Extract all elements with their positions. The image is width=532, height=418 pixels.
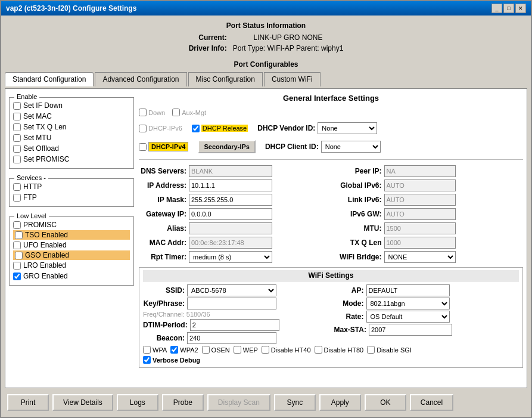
- http-checkbox[interactable]: [13, 183, 21, 191]
- disable-sgi-label: Disable SGI: [377, 346, 412, 354]
- ipv6-gw-label: IPv6 GW:: [334, 210, 382, 218]
- peer-ip-input[interactable]: [384, 165, 456, 177]
- tab-custom-wifi[interactable]: Custom WiFi: [264, 72, 321, 86]
- ip-mask-input[interactable]: [189, 194, 272, 206]
- sync-button[interactable]: Sync: [274, 394, 316, 411]
- rpt-timer-select[interactable]: medium (8 s): [189, 251, 272, 263]
- dns-servers-row: DNS Servers:: [139, 165, 328, 178]
- gateway-ip-label: Gateway IP:: [139, 210, 186, 218]
- set-mtu-checkbox[interactable]: [13, 134, 21, 142]
- dhcp-vendor-id-field: DHCP Vendor ID: None: [257, 122, 377, 134]
- mode-row: Mode: 802.11abgn: [334, 297, 519, 310]
- gateway-ip-input[interactable]: [189, 208, 272, 220]
- set-if-down-label: Set IF Down: [23, 101, 63, 110]
- current-label: Current:: [186, 33, 229, 42]
- gro-enabled-row: GRO Enabled: [13, 271, 130, 281]
- peer-ip-row: Peer IP:: [334, 165, 524, 178]
- ok-button[interactable]: OK: [365, 394, 406, 411]
- right-settings-col: Peer IP: Global IPv6: Link IPv6: IP: [334, 165, 524, 264]
- http-label: HTTP: [23, 182, 42, 191]
- logs-button[interactable]: Logs: [117, 394, 158, 411]
- mac-addr-input[interactable]: [189, 237, 272, 249]
- osen-checkbox[interactable]: [202, 346, 210, 354]
- dtim-period-input[interactable]: [190, 319, 279, 331]
- apply-button[interactable]: Apply: [319, 394, 361, 411]
- ftp-checkbox[interactable]: [13, 194, 21, 202]
- tab-advanced-configuration[interactable]: Advanced Configuration: [95, 72, 186, 86]
- global-ipv6-label: Global IPv6:: [334, 181, 382, 190]
- wep-checkbox[interactable]: [234, 346, 241, 354]
- beacon-label: Beacon:: [143, 334, 185, 342]
- osen-label: OSEN: [211, 346, 230, 354]
- set-promisc-checkbox[interactable]: [13, 156, 21, 163]
- probe-button[interactable]: Probe: [162, 394, 204, 411]
- dhcp-vendor-id-select[interactable]: None: [318, 122, 377, 134]
- gso-enabled-label: GSO Enabled: [25, 251, 69, 259]
- max-sta-input[interactable]: [369, 324, 452, 336]
- set-mac-checkbox[interactable]: [13, 113, 21, 120]
- disable-sgi-checkbox[interactable]: [367, 346, 375, 354]
- gso-enabled-checkbox[interactable]: [15, 252, 23, 259]
- wpa-checkbox[interactable]: [143, 346, 151, 354]
- dhcp-client-id-select[interactable]: None: [321, 141, 381, 153]
- beacon-input[interactable]: [187, 332, 276, 344]
- ssid-select[interactable]: ABCD-5678: [187, 284, 276, 296]
- ufo-enabled-checkbox[interactable]: [13, 241, 21, 249]
- key-phrase-input[interactable]: [187, 298, 276, 309]
- gso-enabled-row: GSO Enabled: [13, 250, 130, 260]
- driver-label: Driver Info:: [186, 44, 229, 53]
- disable-ht80-checkbox[interactable]: [315, 346, 322, 354]
- wifi-bridge-select[interactable]: NONE: [384, 251, 456, 263]
- ipv6-gw-input[interactable]: [384, 208, 456, 220]
- mtu-input[interactable]: [384, 222, 456, 234]
- close-button[interactable]: ✕: [515, 4, 526, 13]
- print-button[interactable]: Print: [7, 394, 49, 411]
- promisc-checkbox[interactable]: [13, 221, 21, 229]
- set-offload-checkbox[interactable]: [13, 145, 21, 153]
- minimize-button[interactable]: _: [491, 4, 502, 13]
- cancel-button[interactable]: Cancel: [410, 394, 453, 411]
- tso-enabled-checkbox[interactable]: [15, 231, 23, 239]
- view-details-button[interactable]: View Details: [52, 394, 113, 411]
- dhcp-ipv6-check: DHCP-IPv6: [139, 125, 182, 132]
- alias-input[interactable]: [189, 222, 272, 234]
- wifi-settings-section: WiFi Settings SSID: ABCD-5678 Key/: [139, 267, 523, 368]
- wpa2-check: WPA2: [170, 346, 198, 354]
- aux-mgt-checkbox[interactable]: [172, 109, 180, 116]
- down-label: Down: [148, 109, 165, 116]
- ufo-enabled-row: UFO Enabled: [13, 240, 130, 250]
- mode-select[interactable]: 802.11abgn: [366, 298, 450, 309]
- global-ipv6-row: Global IPv6:: [334, 179, 524, 192]
- maximize-button[interactable]: □: [503, 4, 514, 13]
- dhcp-ipv4-checkbox[interactable]: [139, 143, 147, 151]
- lro-enabled-checkbox[interactable]: [13, 262, 21, 270]
- link-ipv6-input[interactable]: [384, 194, 456, 206]
- gro-enabled-checkbox[interactable]: [13, 273, 21, 280]
- dhcp-ipv6-checkbox[interactable]: [139, 125, 147, 132]
- global-ipv6-input[interactable]: [384, 179, 456, 191]
- ssid-label: SSID:: [143, 286, 185, 295]
- ip-address-input[interactable]: [189, 179, 272, 191]
- secondary-ips-button[interactable]: Secondary-IPs: [198, 140, 255, 153]
- dns-servers-label: DNS Servers:: [139, 167, 186, 175]
- wpa2-checkbox[interactable]: [170, 346, 178, 354]
- set-promisc-label: Set PROMISC: [23, 155, 69, 163]
- aux-mgt-check: Aux-Mgt: [172, 109, 206, 116]
- set-if-down-checkbox[interactable]: [13, 102, 21, 110]
- ap-input[interactable]: [366, 284, 450, 296]
- rate-select[interactable]: OS Default: [366, 311, 450, 323]
- tab-misc-configuration[interactable]: Misc Configuration: [188, 72, 263, 86]
- tab-standard-configuration[interactable]: Standard Configuration: [5, 72, 94, 86]
- dtim-period-label: DTIM-Period:: [143, 321, 188, 329]
- down-checkbox[interactable]: [139, 109, 147, 116]
- tx-q-len-input[interactable]: [384, 237, 456, 249]
- gateway-ip-row: Gateway IP:: [139, 208, 328, 221]
- disable-ht40-checkbox[interactable]: [262, 346, 269, 354]
- set-tx-q-len-checkbox[interactable]: [13, 123, 21, 131]
- display-scan-button[interactable]: Display Scan: [207, 394, 270, 411]
- main-content: Enable Set IF Down Set MAC Set TX Q Len: [5, 88, 527, 388]
- dhcp-release-checkbox[interactable]: [192, 125, 200, 132]
- low-level-group: Low Level PROMISC TSO Enabled UFO Enable…: [9, 216, 134, 286]
- dns-servers-input[interactable]: [189, 165, 272, 177]
- verbose-debug-checkbox[interactable]: [143, 356, 151, 364]
